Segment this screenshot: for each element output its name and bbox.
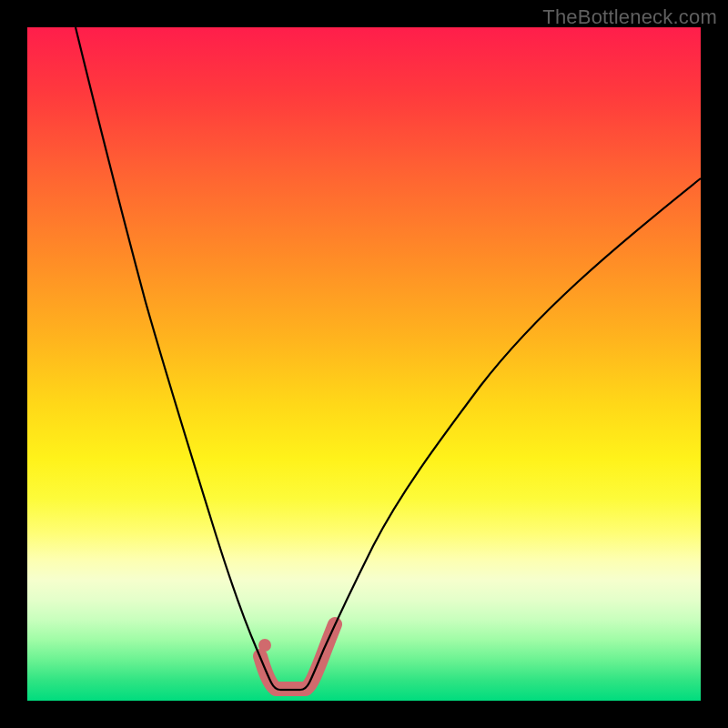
outer-frame: TheBottleneck.com — [0, 0, 728, 728]
watermark-text: TheBottleneck.com — [542, 5, 717, 29]
chart-plot-area — [27, 27, 701, 701]
chart-svg — [27, 27, 701, 701]
bottleneck-highlight — [260, 624, 335, 689]
right-curve-line — [300, 178, 701, 690]
left-curve-line — [76, 27, 280, 690]
highlight-dot-icon — [258, 639, 271, 652]
